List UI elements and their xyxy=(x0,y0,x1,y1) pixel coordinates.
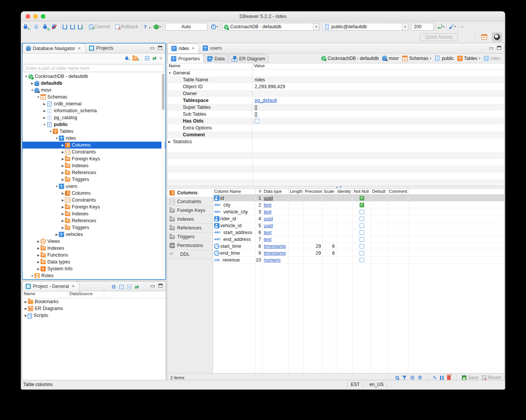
schema-combo[interactable]: public@defaultdb ▼ xyxy=(323,23,408,31)
tree-item-functions[interactable]: ▶Functions xyxy=(23,252,165,258)
column-header-num[interactable]: # xyxy=(256,189,263,194)
collapse-arrow-icon[interactable]: ▼ xyxy=(48,130,53,133)
project-item-bookmarks[interactable]: ▶Bookmarks xyxy=(22,298,166,305)
transaction-time-icon[interactable] xyxy=(211,24,216,29)
subtab-data[interactable]: Data xyxy=(203,54,228,63)
column-row-end-time[interactable]: end_time9timestamp296 xyxy=(213,250,504,257)
property-row-comment[interactable]: Comment xyxy=(167,131,504,138)
expand-arrow-icon[interactable]: ▶ xyxy=(168,140,173,144)
new-connection-icon[interactable]: + xyxy=(23,24,28,30)
tree-item-vehicles[interactable]: ▶vehicles xyxy=(23,231,165,238)
connect-icon[interactable] xyxy=(34,24,39,30)
column-header-default[interactable]: Default xyxy=(371,189,388,194)
column-row-id[interactable]: id1uuid xyxy=(213,195,504,202)
tree-item-foreign-keys[interactable]: ▶Foreign Keys xyxy=(23,155,165,162)
link-with-editor-icon[interactable]: ⇄ xyxy=(135,284,139,290)
tree-item-tables[interactable]: ▼Tables xyxy=(23,128,165,135)
column-row-rider-id[interactable]: rider_id4uuid xyxy=(213,215,504,222)
debug-dropdown-icon[interactable]: ▾ xyxy=(160,25,161,28)
expand-arrow-icon[interactable]: ▶ xyxy=(61,144,65,147)
collapse-arrow-icon[interactable]: ▼ xyxy=(30,89,34,92)
tree-item-indexes[interactable]: ▶Indexes xyxy=(23,162,165,169)
columns-layout-icon[interactable] xyxy=(440,376,444,380)
link-with-editor-icon[interactable]: ⇄ xyxy=(152,55,157,61)
collapse-arrow-icon[interactable]: ▼ xyxy=(168,71,173,75)
chevron-down-icon[interactable]: ▾ xyxy=(430,57,431,60)
data-type-link[interactable]: timestamp xyxy=(264,250,286,256)
expand-arrow-icon[interactable]: ▶ xyxy=(36,267,40,271)
column-header-data-type[interactable]: Data type xyxy=(263,189,289,194)
column-row-vehicle-city[interactable]: vehicle_city3text xyxy=(213,208,504,215)
debug-icon[interactable] xyxy=(154,24,159,29)
data-type-link[interactable]: text xyxy=(264,230,271,235)
detail-tab-ddl[interactable]: DDL xyxy=(167,250,213,259)
chevron-down-icon[interactable]: ▾ xyxy=(479,57,480,60)
breadcrumb-schemas[interactable]: Schemas▾ xyxy=(402,56,431,61)
tree-item-defaultdb[interactable]: ▶defaultdb xyxy=(23,80,165,87)
property-row-owner[interactable]: Owner xyxy=(167,90,504,97)
collapse-arrow-icon[interactable]: ▼ xyxy=(24,75,28,78)
property-row-statistics[interactable]: ▶Statistics xyxy=(167,138,504,145)
not-null-checkbox[interactable] xyxy=(360,230,364,235)
tree-item-pg-catalog[interactable]: ▶pg_catalog xyxy=(23,114,165,121)
table-filter-input[interactable] xyxy=(24,66,164,71)
breadcrumb-tables[interactable]: Tables▾ xyxy=(457,56,480,61)
delete-icon[interactable] xyxy=(447,376,451,380)
tree-item-triggers[interactable]: ▶Triggers xyxy=(23,224,165,231)
revert-button[interactable]: Revert xyxy=(482,375,501,380)
property-row-object-id[interactable]: Object ID2,293,998,429 xyxy=(167,83,504,90)
expand-arrow-icon[interactable]: ▶ xyxy=(61,171,65,174)
data-type-link[interactable]: text xyxy=(264,209,271,215)
property-row-super-tables[interactable]: Super Tables[] xyxy=(167,104,504,111)
value-link[interactable]: pg_default xyxy=(255,98,277,103)
data-type-link[interactable]: uuid xyxy=(264,195,273,201)
tab-database-navigator[interactable]: Database Navigator ✕ xyxy=(23,43,86,53)
properties-header-name[interactable]: Name xyxy=(167,63,252,69)
collapse-arrow-icon[interactable]: ▼ xyxy=(55,185,59,188)
new-sql-editor-icon[interactable]: + xyxy=(78,24,82,29)
transaction-log-icon[interactable]: T xyxy=(144,24,147,30)
expand-arrow-icon[interactable]: ▶ xyxy=(61,164,65,168)
expand-arrow-icon[interactable]: ▶ xyxy=(42,102,47,106)
collapse-arrow-icon[interactable]: ▼ xyxy=(36,95,40,99)
column-header-datasource[interactable]: DataSource xyxy=(68,291,104,298)
has-oids-checkbox[interactable] xyxy=(255,119,259,123)
expand-arrow-icon[interactable]: ▶ xyxy=(30,82,34,85)
expand-arrow-icon[interactable]: ▶ xyxy=(61,178,65,181)
refresh-icon[interactable]: ⤾ xyxy=(438,24,442,30)
data-type-link[interactable]: timestamp xyxy=(264,244,286,249)
splitter-arrows-icon[interactable]: ▲▼ xyxy=(336,186,343,188)
detail-tab-columns[interactable]: Columns xyxy=(167,189,213,197)
project-item-scripts[interactable]: ▶Scripts xyxy=(22,312,166,319)
column-row-end-address[interactable]: end_address7text xyxy=(213,236,504,243)
property-row-has-oids[interactable]: Has Oids xyxy=(167,118,504,124)
breadcrumb-movr[interactable]: movr xyxy=(382,56,399,61)
maximize-editor-icon[interactable] xyxy=(497,46,501,50)
expand-arrow-icon[interactable]: ▶ xyxy=(61,226,65,229)
not-null-checkbox[interactable] xyxy=(360,196,364,200)
new-connection-icon[interactable]: + xyxy=(125,56,129,61)
expand-arrow-icon[interactable]: ▶ xyxy=(36,240,40,243)
column-header-comment[interactable]: Comment xyxy=(388,189,408,194)
detail-tab-indexes[interactable]: Indexes xyxy=(167,215,213,224)
properties-header-value[interactable]: Value xyxy=(252,63,265,69)
tree-item-constraints[interactable]: ▶Constraints xyxy=(23,149,165,155)
expand-arrow-icon[interactable]: ▶ xyxy=(42,116,47,120)
detail-tab-triggers[interactable]: Triggers xyxy=(167,233,213,241)
tree-item-information-schema[interactable]: ▶information_schema xyxy=(23,107,165,114)
sql-editor-icon[interactable] xyxy=(63,24,67,29)
not-null-checkbox[interactable] xyxy=(360,216,364,221)
detail-tab-permissions[interactable]: Permissions xyxy=(167,241,213,250)
data-type-link[interactable]: numeric xyxy=(264,257,281,263)
column-header-precision[interactable]: Precision xyxy=(304,189,323,194)
minimize-view-icon[interactable] xyxy=(150,46,154,50)
tree-item-system-info[interactable]: ▶System Info xyxy=(23,265,165,272)
tree-item-columns[interactable]: ▶Columns xyxy=(23,190,165,197)
expand-arrow-icon[interactable]: ▶ xyxy=(36,247,40,250)
detail-tab-foreign-keys[interactable]: Foreign Keys xyxy=(167,206,213,215)
view-menu-icon[interactable]: ▽ xyxy=(160,57,162,60)
expand-arrow-icon[interactable]: ▶ xyxy=(24,300,28,304)
column-row-start-address[interactable]: start_address6text xyxy=(213,229,504,236)
zoom-window-button[interactable] xyxy=(41,14,45,19)
tree-item-indexes[interactable]: ▶Indexes xyxy=(23,245,165,252)
